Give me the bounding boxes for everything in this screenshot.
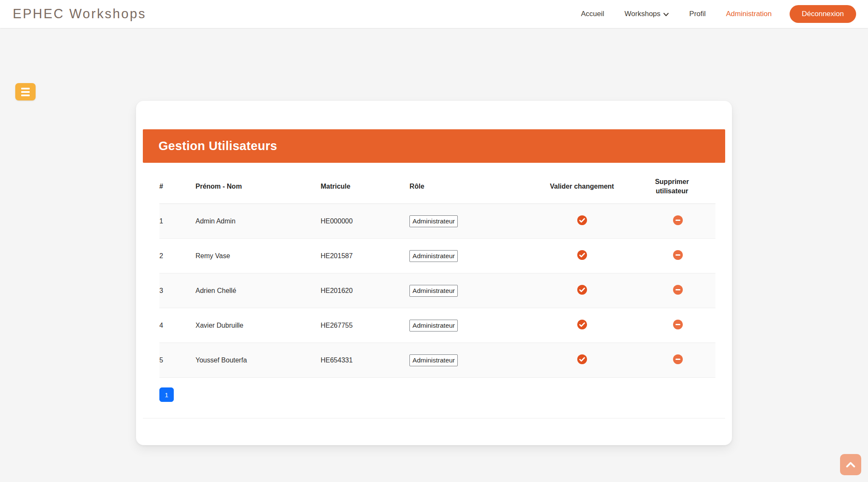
pagination: 1 [159,387,725,402]
table-row: 5 Youssef Bouterfa HE654331 Administrate… [159,343,715,378]
col-header-delete: Supprimer utilisateur [640,169,715,204]
user-name: Xavier Dubruille [195,308,320,343]
user-matricule: HE000000 [320,204,409,239]
user-name: Remy Vase [195,239,320,273]
table-row: 2 Remy Vase HE201587 Administrateur [159,239,715,273]
users-table: # Prénom - Nom Matricule Rôle Valider ch… [159,169,715,378]
row-number: 5 [159,343,195,378]
page-title: Gestion Utilisateurs [159,139,277,153]
delete-user-icon[interactable] [673,354,683,364]
top-navbar: EPHEC Workshops Accueil Workshops Profil… [0,0,868,28]
logout-button[interactable]: Déconnexion [790,5,856,23]
sidebar-toggle-button[interactable] [15,83,36,100]
col-header-validate: Valider changement [523,169,640,204]
table-row: 3 Adrien Chellé HE201620 Administrateur [159,273,715,308]
page-body: Gestion Utilisateurs # Prénom - Nom Matr… [0,28,868,482]
col-header-num: # [159,169,195,204]
panel-header: Gestion Utilisateurs [143,129,725,163]
pagination-page-1[interactable]: 1 [159,387,174,402]
validate-change-icon[interactable] [577,215,587,225]
table-row: 4 Xavier Dubruille HE267755 Administrate… [159,308,715,343]
nav-item-administration[interactable]: Administration [726,10,772,18]
chevron-up-icon [846,462,855,468]
role-select[interactable]: Administrateur [409,354,458,366]
validate-change-icon[interactable] [577,285,587,295]
user-matricule: HE201620 [320,273,409,308]
col-header-name: Prénom - Nom [195,169,320,204]
table-row: 1 Admin Admin HE000000 Administrateur [159,204,715,239]
row-number: 4 [159,308,195,343]
nav-item-accueil[interactable]: Accueil [581,10,604,18]
row-number: 1 [159,204,195,239]
delete-user-icon[interactable] [673,285,683,295]
user-management-card: Gestion Utilisateurs # Prénom - Nom Matr… [136,101,732,445]
user-matricule: HE654331 [320,343,409,378]
user-matricule: HE267755 [320,308,409,343]
brand-logo[interactable]: EPHEC Workshops [13,6,146,22]
card-footer [143,418,725,450]
role-select[interactable]: Administrateur [409,285,458,297]
users-table-wrap: # Prénom - Nom Matricule Rôle Valider ch… [159,169,715,378]
hamburger-icon [21,88,30,89]
delete-user-icon[interactable] [673,320,683,329]
scroll-to-top-button[interactable] [840,454,861,475]
delete-user-icon[interactable] [673,250,683,260]
role-select[interactable]: Administrateur [409,320,458,332]
validate-change-icon[interactable] [577,354,587,364]
nav-item-profil[interactable]: Profil [689,10,706,18]
row-number: 2 [159,239,195,273]
user-name: Adrien Chellé [195,273,320,308]
table-header-row: # Prénom - Nom Matricule Rôle Valider ch… [159,169,715,204]
nav-item-workshops[interactable]: Workshops [625,10,669,18]
col-header-role: Rôle [409,169,523,204]
col-header-matricule: Matricule [320,169,409,204]
delete-user-icon[interactable] [673,215,683,225]
role-select[interactable]: Administrateur [409,250,458,262]
user-matricule: HE201587 [320,239,409,273]
users-table-body: 1 Admin Admin HE000000 Administrateur [159,204,715,378]
chevron-down-icon [663,12,669,17]
row-number: 3 [159,273,195,308]
user-name: Admin Admin [195,204,320,239]
nav-menu: Accueil Workshops Profil Administration [581,10,772,18]
user-name: Youssef Bouterfa [195,343,320,378]
validate-change-icon[interactable] [577,250,587,260]
role-select[interactable]: Administrateur [409,215,458,227]
validate-change-icon[interactable] [577,320,587,329]
